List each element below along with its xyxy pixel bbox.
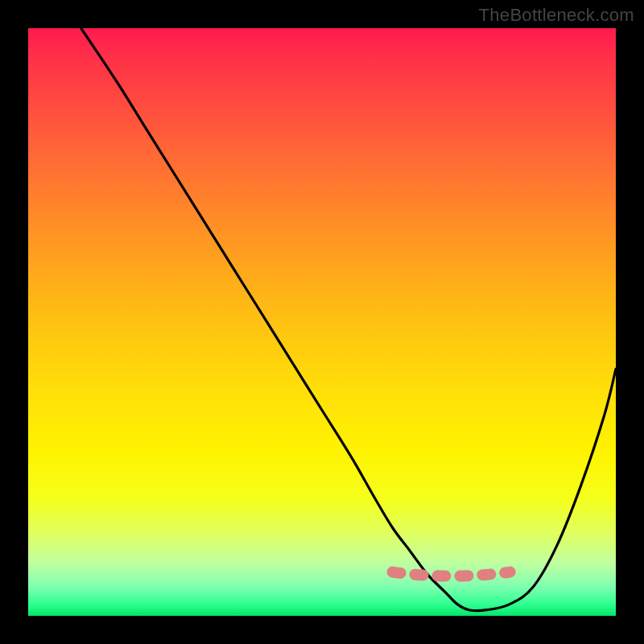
chart-plot-area xyxy=(28,28,616,616)
bottleneck-curve xyxy=(28,28,616,616)
watermark-text: TheBottleneck.com xyxy=(479,5,634,26)
